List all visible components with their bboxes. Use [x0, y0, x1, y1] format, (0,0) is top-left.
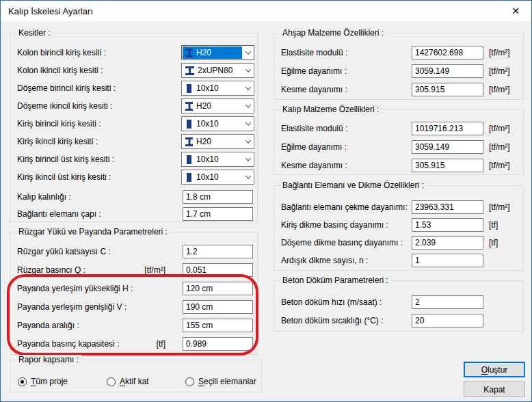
combo-doseme-birincil[interactable]: 10x10 — [181, 81, 254, 96]
radio-aktif-kat[interactable]: Aktif kat — [107, 371, 185, 392]
group-rapor: Rapor kapsamı : Tüm proje Aktif kat Seçi… — [10, 360, 262, 392]
combo-value: 10x10 — [196, 172, 219, 182]
chevron-down-icon[interactable] — [242, 152, 254, 166]
group-beton-title: Beton Döküm Parametreleri : — [280, 276, 391, 285]
dokum-sicakligi-input[interactable] — [412, 314, 483, 327]
chevron-down-icon[interactable] — [242, 46, 254, 59]
solid-section-icon — [187, 173, 191, 182]
doseme-dikme-input[interactable] — [412, 236, 483, 250]
payanda-genislik-input[interactable] — [183, 300, 253, 314]
formwork-settings-dialog: Kalıp İskelesi Ayarları ✕ Kesitler : Kol… — [0, 0, 532, 402]
ahsap-elastisite-input[interactable] — [412, 46, 483, 59]
chevron-down-icon[interactable] — [242, 64, 254, 77]
field-label: Kolon birincil kiriş kesiti : — [17, 48, 181, 57]
close-button-label: Kapat — [483, 385, 505, 394]
row-kalip-kalinligi: Kalıp kalınlığı : — [10, 188, 257, 205]
radio-icon[interactable] — [18, 377, 27, 386]
chevron-down-icon[interactable] — [242, 117, 254, 131]
chevron-down-icon[interactable] — [242, 135, 254, 148]
field-label: Payanda aralığı : — [17, 321, 124, 330]
combo-value: H20 — [196, 48, 211, 57]
ardisik-dikme-input[interactable] — [412, 254, 483, 267]
combo-kolon-birincil[interactable]: H20 — [181, 45, 254, 60]
create-button[interactable]: Oluştur — [464, 362, 525, 377]
combo-doseme-ikincil[interactable]: H20 — [181, 98, 254, 113]
payanda-kapasite-input[interactable] — [183, 337, 253, 351]
payanda-aralik-input[interactable] — [183, 319, 253, 332]
window-title: Kalıp İskelesi Ayarları — [1, 6, 93, 16]
row-doseme-ikincil: Döşeme ikincil kiriş kesiti : H20 — [10, 97, 257, 115]
baglanti-elemani-capi-input[interactable] — [183, 207, 253, 221]
field-label: Döşeme ikincil kiriş kesiti : — [17, 101, 181, 111]
field-label: Beton döküm sıcaklığı (°C) : — [281, 316, 412, 325]
row-kiris-ikincil-ust: Kiriş ikincil üst kiriş kesiti : 10x10 — [10, 168, 257, 186]
radio-label: Seçili elemanlar — [198, 377, 256, 386]
field-label: Rüzgar basıncı Q : — [17, 265, 124, 275]
radio-tum-proje[interactable]: Tüm proje — [18, 371, 107, 392]
field-label: Bağlantı elemanı çapı : — [17, 209, 183, 219]
row-cekme-dayanimi: Bağlantı elemanı çekme dayanımı: [tf/m²] — [274, 198, 523, 216]
field-label: Kiriş ikincil kiriş kesiti : — [17, 137, 181, 146]
title-bar: Kalıp İskelesi Ayarları — [1, 1, 531, 21]
combo-value: H20 — [196, 101, 211, 111]
field-label: Eğilme dayanımı : — [281, 66, 412, 76]
close-button[interactable]: Kapat — [464, 381, 525, 397]
radio-icon[interactable] — [185, 377, 194, 386]
combo-kiris-birincil-ust[interactable]: 10x10 — [181, 152, 254, 167]
close-icon[interactable]: ✕ — [500, 1, 531, 21]
chevron-down-icon[interactable] — [242, 81, 254, 95]
field-label: Kolon ikincil kiriş kesiti : — [17, 66, 181, 75]
combo-kiris-ikincil-ust[interactable]: 10x10 — [181, 170, 254, 185]
row-kiris-birincil-ust: Kiriş birincil üst kiriş kesiti : 10x10 — [10, 150, 257, 168]
row-kolon-ikincil: Kolon ikincil kiriş kesiti : 2xUPN80 — [10, 62, 257, 79]
field-label: Kiriş birincil üst kiriş kesiti : — [17, 155, 181, 164]
field-label: Kalıp kalınlığı : — [17, 192, 183, 202]
ruzgar-katsayisi-input[interactable] — [183, 245, 253, 258]
row-dokum-hizi: Beton döküm hızı (m/saat) : — [274, 293, 523, 311]
row-baglanti-capi: Bağlantı elemanı çapı : — [10, 205, 257, 222]
field-label: Payanda basınç kapasitesi : — [17, 339, 124, 349]
ruzgar-basinci-input[interactable] — [183, 263, 253, 277]
row-ahsap-egilme: Eğilme dayanımı : [tf/m²] — [274, 62, 523, 80]
ahsap-kesme-input[interactable] — [412, 83, 483, 96]
ibeam-section-icon — [185, 49, 193, 57]
row-kalip-egilme: Eğilme dayanımı : [tf/m²] — [274, 137, 523, 156]
cekme-dayanimi-input[interactable] — [412, 200, 483, 214]
kalip-kalinligi-input[interactable] — [183, 190, 253, 204]
field-label: Rüzgar yükü katsayısı C : — [17, 247, 124, 256]
field-label: Payanda yerleşim genişliği V : — [17, 302, 127, 312]
combo-kiris-birincil[interactable]: 10x10 — [181, 116, 254, 131]
combo-kolon-ikincil[interactable]: 2xUPN80 — [181, 63, 254, 78]
row-ardisik-dikme: Ardışık dikme sayısı, n : — [274, 252, 523, 269]
field-label: Kiriş birincil kiriş kesiti : — [17, 119, 181, 129]
field-label: Döşeme birincil kiriş kesiti : — [17, 83, 181, 93]
row-kiris-ikincil: Kiriş ikincil kiriş kesiti : H20 — [10, 133, 257, 150]
kalip-egilme-input[interactable] — [412, 140, 483, 154]
row-kalip-elastisite: Elastisite modulü : [tf/m²] — [274, 119, 523, 137]
unit-label: [tf/m²] — [124, 265, 165, 275]
kalip-kesme-input[interactable] — [412, 159, 483, 172]
row-kalip-kesme: Kesme dayanımı : [tf/m²] — [274, 156, 523, 174]
radio-label: Tüm proje — [31, 377, 68, 386]
dokum-hizi-input[interactable] — [412, 295, 483, 309]
radio-secili-elemanlar[interactable]: Seçili elemanlar — [185, 371, 256, 392]
unit-label: [tf/m²] — [489, 202, 523, 212]
group-ruzgar: Rüzgar Yükü ve Payanda Parametreleri : R… — [10, 232, 258, 355]
kiris-dikme-input[interactable] — [412, 218, 483, 232]
group-ahsap-title: Ahşap Malzeme Özellikleri : — [280, 28, 386, 38]
chevron-down-icon[interactable] — [242, 99, 254, 113]
combo-kiris-ikincil[interactable]: H20 — [181, 134, 254, 149]
combo-value: 10x10 — [196, 155, 219, 164]
row-payanda-yukseklik: Payanda yerleşim yüksekliği H : — [10, 279, 257, 297]
kalip-elastisite-input[interactable] — [412, 122, 483, 135]
ahsap-egilme-input[interactable] — [412, 64, 483, 78]
field-label: Elastisite modulü : — [281, 48, 412, 57]
group-ruzgar-title: Rüzgar Yükü ve Payanda Parametreleri : — [16, 227, 170, 237]
radio-icon[interactable] — [107, 377, 116, 386]
row-ruzgar-basinci: Rüzgar basıncı Q : [tf/m²] — [10, 260, 257, 279]
row-ahsap-elastisite: Elastisite modulü : [tf/m²] — [274, 43, 523, 62]
field-label: Payanda yerleşim yüksekliği H : — [17, 284, 133, 293]
payanda-yukseklik-input[interactable] — [183, 282, 253, 295]
unit-label: [tf/m²] — [489, 66, 523, 76]
chevron-down-icon[interactable] — [242, 170, 254, 184]
